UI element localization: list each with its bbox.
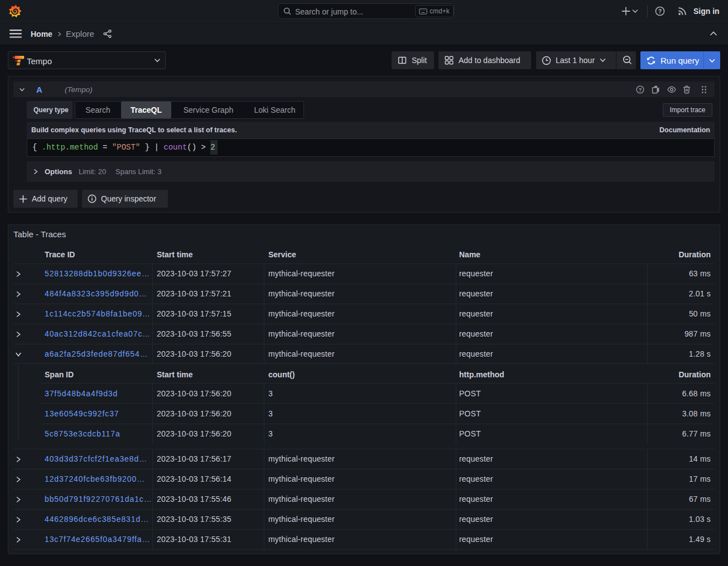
svg-text:?: ? (639, 87, 642, 93)
svg-text:?: ? (658, 8, 662, 15)
